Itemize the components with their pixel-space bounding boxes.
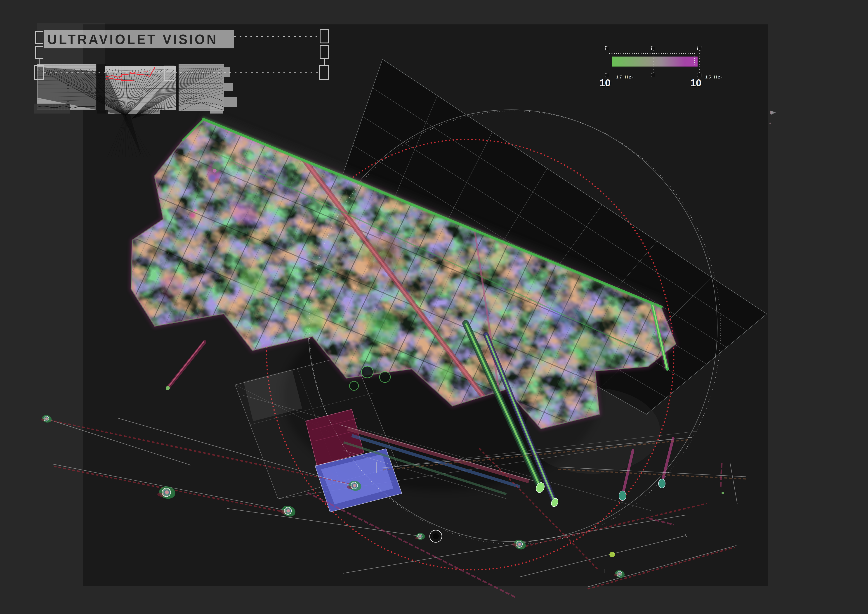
- legend-right-exponent: 15 Hz-: [705, 75, 723, 79]
- legend-handle[interactable]: [698, 47, 701, 50]
- ultraviolet-vision-screen: ULTRAVIOLET VISION 17 Hz- 10 15 Hz- 10: [0, 0, 868, 614]
- legend-handle[interactable]: [651, 47, 655, 50]
- legend-handle[interactable]: [605, 73, 609, 77]
- legend-left-base: 10: [600, 77, 611, 89]
- title-bar[interactable]: ULTRAVIOLET VISION: [44, 30, 234, 48]
- frequency-gradient-bar: [612, 56, 698, 67]
- legend-handle[interactable]: [651, 73, 655, 77]
- scene-canvas: [0, 0, 868, 614]
- page-title: ULTRAVIOLET VISION: [48, 31, 218, 47]
- legend-handle[interactable]: [605, 47, 609, 50]
- legend-handle[interactable]: [698, 73, 701, 77]
- legend-left-exponent: 17 Hz-: [616, 75, 634, 79]
- legend-right-base: 10: [690, 77, 701, 89]
